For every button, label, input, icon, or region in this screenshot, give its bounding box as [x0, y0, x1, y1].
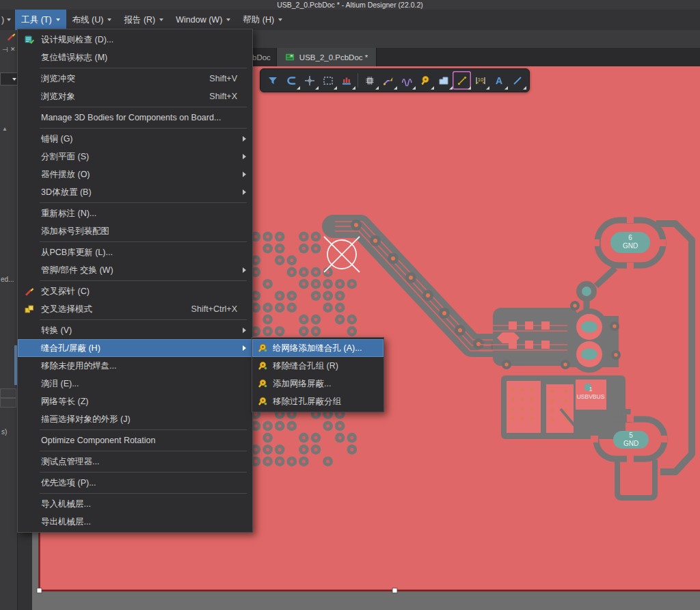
- panel-dropdown[interactable]: [0, 72, 19, 85]
- svg-text:A: A: [495, 75, 502, 86]
- menu-item[interactable]: 浏览对象Shift+X: [18, 88, 252, 105]
- board-edge-handle[interactable]: [37, 588, 42, 593]
- menu-item[interactable]: Manage 3D Bodies for Components on Board…: [18, 109, 252, 127]
- menubar-item-3[interactable]: Window (W): [170, 10, 237, 30]
- component-tool-button[interactable]: [360, 71, 379, 90]
- select-area-icon: [323, 75, 334, 86]
- menu-item[interactable]: 移除过孔屏蔽分组: [252, 393, 383, 410]
- menu-item[interactable]: 铺铜 (G): [18, 130, 252, 148]
- menu-separator: [40, 472, 247, 473]
- menubar: ) 工具 (T)布线 (U)报告 (R)Window (W)帮助 (H): [0, 10, 700, 30]
- menu-item[interactable]: 缝合孔/屏蔽 (H): [18, 339, 252, 357]
- measure-tool-button[interactable]: [453, 71, 471, 90]
- pad-designator: 6: [628, 234, 632, 241]
- menu-item-label: 器件摆放 (O): [41, 169, 252, 181]
- menu-item[interactable]: 给网络添加缝合孔 (A)...: [252, 339, 383, 357]
- pad-net-label: GND: [623, 242, 638, 250]
- menu-separator: [40, 493, 247, 494]
- menu-separator: [40, 429, 247, 430]
- menu-item-label: 浏览对象: [41, 91, 209, 103]
- tab-label: USB_2_0.PcbDoc *: [299, 53, 368, 62]
- polygon-tool-button[interactable]: [434, 71, 453, 90]
- menu-item-label: 测试点管理器...: [41, 456, 252, 468]
- tab-usb-2-0-pcbdoc[interactable]: USB_2_0.PcbDoc *: [276, 48, 377, 66]
- menu-item[interactable]: 测试点管理器...: [18, 453, 252, 470]
- submenu-arrow-icon: [243, 189, 246, 195]
- menu-item[interactable]: 导入机械层...: [18, 495, 252, 513]
- dropdown-corner-icon[interactable]: [352, 86, 355, 90]
- menu-item[interactable]: 移除未使用的焊盘...: [18, 357, 252, 375]
- menu-item-shortcut: Shift+X: [209, 92, 252, 101]
- menu-item[interactable]: 分割平面 (S): [18, 148, 252, 165]
- magnet-tool-button[interactable]: [282, 71, 300, 90]
- meander-tool-button[interactable]: [397, 71, 416, 90]
- menubar-item-2[interactable]: 报告 (R): [118, 10, 170, 30]
- panel-close-icon[interactable]: ✕: [10, 46, 16, 53]
- submenu-arrow-icon: [243, 328, 246, 333]
- menu-item[interactable]: 3D体放置 (B): [18, 183, 252, 201]
- component-footprint-lower: 1 USBVBUS: [501, 375, 625, 439]
- menu-item-label: 3D体放置 (B): [41, 187, 252, 198]
- menu-item-shortcut: Shift+V: [209, 74, 252, 83]
- menu-separator: [40, 68, 247, 68]
- filter-tool-button[interactable]: [263, 71, 282, 90]
- submenu-arrow-icon: [243, 172, 246, 177]
- panel-collapse-icon[interactable]: ▲: [2, 126, 8, 132]
- component-icon: [364, 75, 375, 86]
- cross-probe-icon: [18, 286, 41, 297]
- route-tool-button[interactable]: [379, 71, 397, 90]
- menu-item[interactable]: 交叉选择模式Shift+Ctrl+X: [18, 300, 252, 318]
- select-area-tool-button[interactable]: [319, 71, 337, 90]
- menu-item[interactable]: 浏览冲突Shift+V: [18, 70, 252, 88]
- panel-button-fragment[interactable]: [0, 398, 16, 408]
- panel-pin-icon[interactable]: ⊣: [2, 46, 8, 53]
- menu-item[interactable]: 管脚/部件 交换 (W): [18, 261, 252, 279]
- menubar-item-partial[interactable]: ): [0, 10, 15, 30]
- meander-icon: [401, 75, 412, 86]
- menu-item[interactable]: 器件摆放 (O): [18, 165, 252, 183]
- dropdown-corner-icon[interactable]: [523, 86, 526, 90]
- board-edge-handle[interactable]: [392, 588, 397, 593]
- cross-probe-toolbar-icon[interactable]: [6, 31, 16, 42]
- crosshair-tool-button[interactable]: [300, 71, 319, 90]
- menu-item-label: 描画选择对象的外形 (J): [41, 414, 252, 425]
- menu-item[interactable]: 设计规则检查 (D)...: [18, 31, 252, 49]
- menu-item[interactable]: 描画选择对象的外形 (J): [18, 410, 252, 428]
- pcb-doc-icon: [285, 52, 295, 62]
- submenu-arrow-icon: [243, 154, 246, 159]
- menu-item-label: 优先选项 (P)...: [41, 477, 252, 489]
- dimension-tool-button[interactable]: 10: [471, 71, 489, 90]
- menu-item[interactable]: 复位错误标志 (M): [18, 49, 252, 66]
- menu-item[interactable]: 重新标注 (N)...: [18, 204, 252, 222]
- board-insight-tool-button[interactable]: [337, 71, 355, 90]
- panel-text-fragment: ed...: [1, 276, 14, 283]
- menu-item[interactable]: 交叉探针 (C): [18, 282, 252, 300]
- menu-item[interactable]: 添加标号到装配图: [18, 222, 252, 240]
- menubar-item-4[interactable]: 帮助 (H): [237, 10, 288, 30]
- menu-item[interactable]: 移除缝合孔组 (R): [252, 357, 383, 375]
- menu-item-label: 给网络添加缝合孔 (A)...: [273, 343, 383, 354]
- chevron-down-icon: [107, 18, 111, 21]
- menu-item[interactable]: Optimize Component Rotation: [18, 432, 252, 449]
- menu-item[interactable]: 优先选项 (P)...: [18, 474, 252, 492]
- menu-item[interactable]: 滴泪 (E)...: [18, 375, 252, 393]
- menu-item[interactable]: 添加网络屏蔽...: [252, 375, 383, 393]
- menu-item[interactable]: 从PCB库更新 (L)...: [18, 243, 252, 261]
- via-icon: [420, 75, 431, 86]
- menu-item-label: 移除过孔屏蔽分组: [273, 396, 383, 408]
- menu-item-label: Manage 3D Bodies for Components on Board…: [41, 113, 252, 122]
- menu-item[interactable]: 转换 (V): [18, 321, 252, 339]
- menu-item[interactable]: 网络等长 (Z): [18, 393, 252, 410]
- menu-item-label: 浏览冲突: [41, 73, 209, 85]
- text-tool-button[interactable]: A: [489, 71, 508, 90]
- menubar-item-1[interactable]: 布线 (U): [66, 10, 118, 30]
- via-tool-button[interactable]: [416, 71, 434, 90]
- panel-button-fragment[interactable]: [0, 388, 16, 398]
- menu-separator: [40, 319, 247, 320]
- menu-item[interactable]: 导出机械层...: [18, 513, 252, 531]
- line-tool-button[interactable]: [508, 71, 526, 90]
- submenu-arrow-icon: [243, 136, 246, 142]
- pad-net-label: GND: [623, 440, 638, 447]
- chevron-down-icon: [56, 18, 60, 21]
- menubar-item-0[interactable]: 工具 (T): [15, 10, 66, 30]
